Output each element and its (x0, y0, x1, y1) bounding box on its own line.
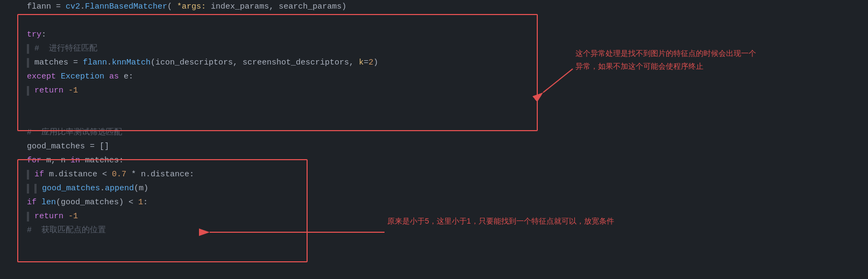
indent-bar-4 (27, 170, 29, 180)
code-line-empty1 (5, 14, 559, 28)
code-line-empty3 (5, 112, 559, 126)
indent-bar-1 (27, 44, 29, 54)
code-line-for: for m, n in matches: (5, 154, 559, 168)
indent-bar-5 (27, 184, 29, 194)
code-line-if-distance: if m.distance < 0.7 * n.distance: (5, 168, 559, 182)
code-line-0: flann = cv2.FlannBasedMatcher( *args: in… (5, 0, 559, 14)
code-text: flann = (27, 0, 66, 14)
indent-bar-3 (27, 86, 29, 96)
code-line-try: try: (5, 28, 559, 42)
code-line-return1: return -1 (5, 84, 559, 98)
code-line-empty2 (5, 98, 559, 112)
annotation-bottom: 原来是小于5，这里小于1，只要能找到一个特征点就可以，放宽条件 (387, 215, 860, 228)
indent-bar-7 (27, 212, 29, 221)
code-line-good-matches: good_matches = [] (5, 140, 559, 154)
code-line-append: good_matches.append(m) (5, 182, 559, 196)
code-line-if-len: if len(good_matches) < 1: (5, 196, 559, 210)
indent-bar-6 (34, 184, 37, 194)
annotation-top: 这个异常处理是找不到图片的特征点的时候会出现一个异常，如果不加这个可能会使程序终… (575, 47, 855, 73)
code-line-matches: matches = flann.knnMatch(icon_descriptor… (5, 56, 559, 70)
editor-area: flann = cv2.FlannBasedMatcher( *args: in… (0, 0, 868, 279)
code-line-comment2: # 应用比率测试筛选匹配 (5, 126, 559, 140)
code-line-except: except Exception as e: (5, 70, 559, 84)
code-line-comment1: # 进行特征匹配 (5, 42, 559, 56)
code-container: flann = cv2.FlannBasedMatcher( *args: in… (0, 0, 559, 279)
indent-bar-2 (27, 58, 29, 68)
